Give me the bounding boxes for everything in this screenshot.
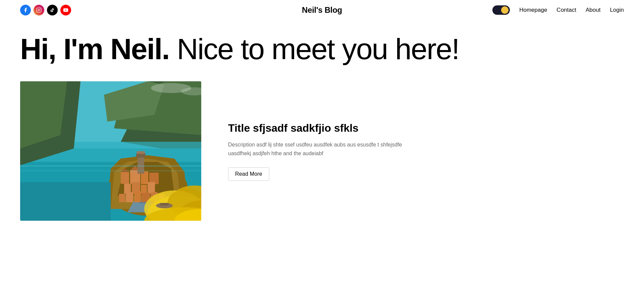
hero-heading: Hi, I'm Neil. Nice to meet you here! (20, 34, 624, 65)
site-title: Neil's Blog (302, 5, 342, 15)
site-header: Neil's Blog Homepage Contact About Login (0, 0, 644, 20)
read-more-button[interactable]: Read More (228, 167, 269, 181)
svg-point-1 (38, 9, 40, 11)
svg-rect-32 (126, 192, 133, 202)
blog-post-content: Title sfjsadf sadkfjio sfkls Description… (228, 122, 402, 181)
svg-rect-24 (141, 185, 147, 194)
svg-rect-44 (20, 170, 201, 171)
main-content: Hi, I'm Neil. Nice to meet you here! (0, 20, 644, 221)
svg-rect-43 (20, 165, 201, 167)
svg-rect-16 (121, 172, 129, 184)
svg-rect-46 (160, 203, 168, 206)
nav-right: Homepage Contact About Login (492, 5, 624, 15)
svg-rect-42 (20, 182, 111, 221)
theme-toggle[interactable] (492, 5, 510, 15)
svg-rect-0 (37, 8, 41, 12)
facebook-icon[interactable] (20, 5, 31, 15)
hero-heading-bold: Hi, I'm Neil. (20, 32, 169, 66)
nav-contact[interactable]: Contact (556, 7, 576, 13)
instagram-icon[interactable] (34, 5, 44, 15)
nav-about[interactable]: About (586, 7, 600, 13)
svg-point-2 (40, 9, 40, 9)
blog-post-title: Title sfjsadf sadkfjio sfkls (228, 122, 402, 134)
blog-post-image (20, 81, 201, 221)
svg-rect-28 (137, 151, 145, 154)
youtube-icon[interactable] (60, 5, 71, 15)
tiktok-icon[interactable] (47, 5, 58, 15)
svg-rect-31 (119, 194, 125, 202)
svg-rect-25 (148, 182, 155, 194)
nav-homepage[interactable]: Homepage (519, 7, 547, 13)
blog-post: Title sfjsadf sadkfjio sfkls Description… (20, 81, 624, 221)
blog-post-description: Description asdf lij shte ssef usdfeu au… (228, 140, 402, 158)
svg-rect-27 (136, 154, 146, 158)
nav-login[interactable]: Login (610, 7, 624, 13)
social-icons-group (20, 5, 71, 15)
svg-rect-33 (134, 191, 141, 202)
hero-heading-light: Nice to meet you here! (169, 32, 459, 66)
